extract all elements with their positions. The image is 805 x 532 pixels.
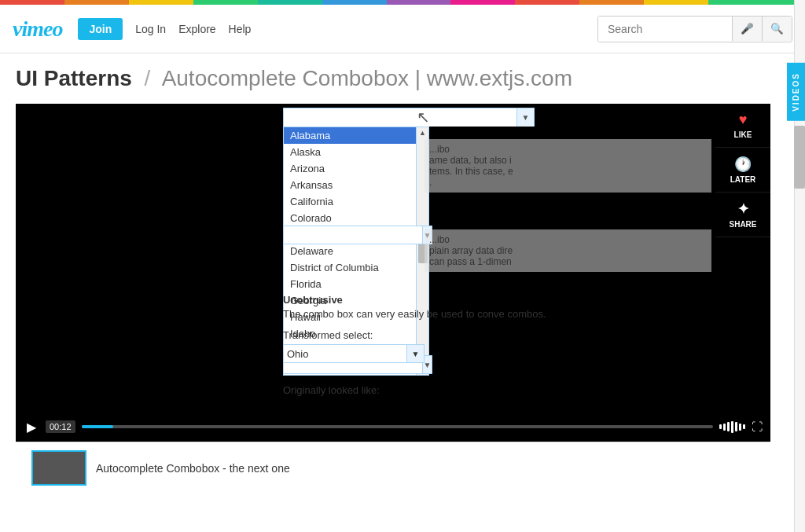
list-item[interactable]: Colorado xyxy=(284,210,416,226)
cursor-indicator: ↖ xyxy=(417,108,430,127)
title-separator: / xyxy=(145,66,151,90)
video-screenshot: ▼ Alabama Alaska Arizona Arkansas Califo… xyxy=(16,104,770,442)
share-label: SHARE xyxy=(729,220,756,229)
overlay-text-5: ...ibo xyxy=(429,234,450,245)
overlay-text-2: ame data, but also i xyxy=(429,155,512,166)
vol-bar-5 xyxy=(735,422,737,431)
mid-combo: ▼ xyxy=(283,226,432,244)
list-item[interactable]: District of Columbia xyxy=(284,259,416,276)
play-button[interactable]: ▶ xyxy=(24,420,39,435)
header: vimeo Join Log In Explore Help 🎤 🔍 xyxy=(0,5,805,53)
video-content: ▼ Alabama Alaska Arizona Arkansas Califo… xyxy=(16,104,770,442)
list-item[interactable]: California xyxy=(284,193,416,210)
orig-label: Originally looked like: xyxy=(283,384,380,396)
like-label: LIKE xyxy=(734,130,752,139)
thumbnail-strip: Autocomplete Combobox - the next one xyxy=(16,442,770,493)
overlay-text-7: can pass a 1-dimen xyxy=(429,256,512,267)
mid-combo-text[interactable] xyxy=(284,226,422,244)
overlay-text-6: plain array data dire xyxy=(429,245,513,256)
search-icon: 🔍 xyxy=(770,23,784,35)
search-area: 🎤 🔍 xyxy=(597,16,792,42)
like-button[interactable]: ♥ LIKE xyxy=(715,104,770,148)
scrollbar-thumb[interactable] xyxy=(794,126,805,189)
list-item[interactable]: Alabama xyxy=(284,127,416,144)
title-bold: UI Patterns xyxy=(16,66,132,90)
video-wrapper: ▼ Alabama Alaska Arizona Arkansas Califo… xyxy=(16,104,770,493)
scroll-up-icon[interactable]: ▲ xyxy=(419,129,426,137)
video-controls: ▶ 00:12 ⛶ xyxy=(16,412,770,442)
ohio-combo: Ohio ▼ xyxy=(283,344,425,363)
search-button[interactable]: 🔍 xyxy=(762,17,792,41)
page-title: UI Patterns / Autocomplete Combobox | ww… xyxy=(0,53,805,104)
transformed-section: Transformed select: Ohio ▼ xyxy=(283,329,425,363)
thumb-title: Autocomplete Combobox - the next one xyxy=(96,462,290,475)
video-actions: ♥ LIKE 🕐 LATER ✦ SHARE xyxy=(715,104,770,237)
overlay-text-3: tems. In this case, e xyxy=(429,166,513,177)
list-item[interactable]: Florida xyxy=(284,276,416,292)
list-item[interactable]: Delaware xyxy=(284,243,416,259)
vimeo-logo[interactable]: vimeo xyxy=(13,17,62,42)
list-item[interactable]: Arkansas xyxy=(284,177,416,193)
later-label: LATER xyxy=(730,175,756,184)
progress-bar[interactable] xyxy=(82,425,713,428)
overlay-text-1: ...ibo xyxy=(429,144,450,155)
unobtrusive-title: Unobtrusive xyxy=(283,294,711,306)
transformed-label: Transformed select: xyxy=(283,329,425,341)
help-link[interactable]: Help xyxy=(229,23,252,35)
unobtrusive-text: The combo box can very easily be used to… xyxy=(283,308,711,320)
mic-icon: 🎤 xyxy=(741,23,754,35)
ohio-arrow[interactable]: ▼ xyxy=(406,345,424,362)
dropdown-text-input[interactable] xyxy=(284,108,516,127)
mic-button[interactable]: 🎤 xyxy=(732,17,762,41)
text-overlay: ...ibo ame data, but also i tems. In thi… xyxy=(425,139,711,193)
unobtrusive-section: Unobtrusive The combo box can very easil… xyxy=(283,294,711,320)
clock-icon: 🕐 xyxy=(734,156,752,173)
dropdown-arrow[interactable]: ▼ xyxy=(516,108,534,127)
mid-combo-input: ▼ xyxy=(283,226,432,244)
vol-bar-1 xyxy=(719,424,722,429)
vol-bar-7 xyxy=(743,424,745,429)
volume-control[interactable] xyxy=(719,421,745,433)
overlay-text-4: . xyxy=(429,177,432,188)
share-icon: ✦ xyxy=(737,200,749,218)
title-subtitle: Autocomplete Combobox | www.extjs.com xyxy=(162,66,572,90)
time-display: 00:12 xyxy=(46,420,75,433)
login-link[interactable]: Log In xyxy=(135,23,166,35)
progress-fill xyxy=(82,425,113,428)
nav-links: Log In Explore Help xyxy=(135,23,597,35)
ohio-value: Ohio xyxy=(284,345,406,362)
side-videos-tab[interactable]: VIDEOS xyxy=(787,63,805,121)
later-button[interactable]: 🕐 LATER xyxy=(715,148,770,193)
explore-link[interactable]: Explore xyxy=(178,23,215,35)
list-item[interactable]: Alaska xyxy=(284,144,416,160)
thumbnail-image[interactable] xyxy=(31,450,86,486)
vol-bar-2 xyxy=(723,424,726,431)
fullscreen-button[interactable]: ⛶ xyxy=(752,420,763,433)
dropdown-input-row: ▼ xyxy=(283,108,535,127)
join-button[interactable]: Join xyxy=(78,18,123,40)
list-item[interactable]: Arizona xyxy=(284,160,416,177)
vol-bar-3 xyxy=(727,422,730,431)
vol-bar-4 xyxy=(731,421,733,433)
vol-bar-6 xyxy=(739,424,741,431)
search-input[interactable] xyxy=(598,17,732,42)
text-overlay-2: ...ibo plain array data dire can pass a … xyxy=(425,229,711,272)
share-button[interactable]: ✦ SHARE xyxy=(715,193,770,237)
heart-icon: ♥ xyxy=(739,112,748,128)
